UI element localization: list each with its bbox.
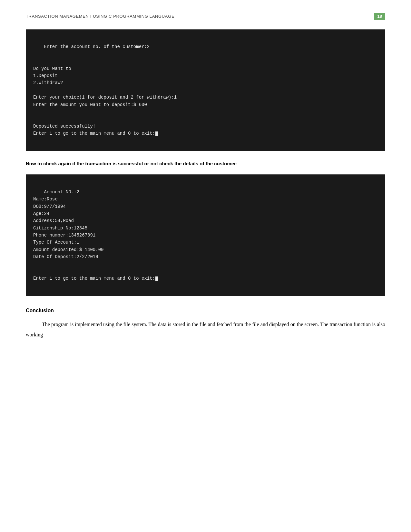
page-number: 18	[374, 13, 385, 20]
cursor-1	[155, 131, 158, 136]
page-header: TRANSACTION MANAGEMENT USING C PROGRAMMI…	[26, 13, 385, 20]
cursor-2	[155, 276, 158, 281]
terminal-block-2: Account NO.:2 Name:Rose DOB:9/7/1994 Age…	[26, 174, 385, 296]
conclusion-section: Conclusion The program is implemented us…	[26, 308, 385, 340]
description-text: Now to check again if the transaction is…	[26, 160, 385, 168]
terminal-2-content: Account NO.:2 Name:Rose DOB:9/7/1994 Age…	[33, 189, 158, 281]
conclusion-paragraph: The program is implemented using the fil…	[26, 319, 385, 340]
document-title: TRANSACTION MANAGEMENT USING C PROGRAMMI…	[26, 14, 174, 19]
terminal-1-content: Enter the account no. of the customer:2 …	[33, 44, 177, 136]
conclusion-heading: Conclusion	[26, 308, 385, 314]
page: TRANSACTION MANAGEMENT USING C PROGRAMMI…	[0, 0, 411, 532]
terminal-block-1: Enter the account no. of the customer:2 …	[26, 29, 385, 151]
